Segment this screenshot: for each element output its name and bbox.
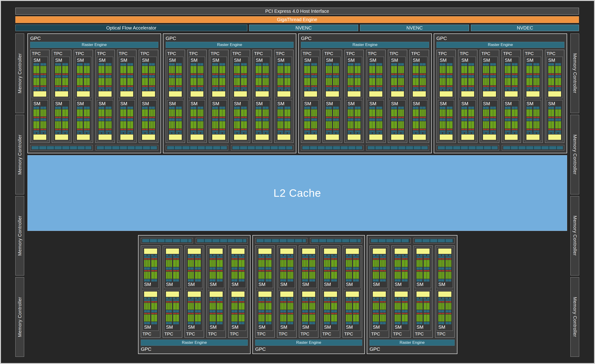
sm-texture-units-bar-segment [548, 89, 551, 91]
sm-core-array-segment [212, 66, 218, 73]
sm-texture-units-bar-segment [537, 133, 539, 134]
sm-scheduler-bar-segment [34, 75, 39, 77]
sm-texture-units-bar-segment [308, 89, 310, 91]
sm-scheduler-bar-segment [309, 310, 315, 312]
sm-l1-cache-bar-segment [413, 131, 418, 132]
tpc-label: TPC [279, 331, 295, 337]
sm-texture-units-bar-segment [304, 89, 307, 91]
sm-scheduler-bar [191, 107, 203, 109]
sm-texture-units-bar-segment [304, 133, 307, 134]
sm-texture-units-bar-segment [216, 133, 218, 134]
sm-texture-units-bar-segment [263, 89, 265, 91]
sm-texture-units-bar-segment [468, 133, 471, 134]
sm-accent-strip-segment [380, 270, 386, 271]
sm-accent-strip [526, 129, 539, 130]
sm-accent-strip [144, 301, 157, 302]
sm-core-array [346, 315, 359, 322]
sm-scheduler-bar-segment [461, 75, 467, 77]
sm-accent-strip-segment [277, 129, 283, 130]
sm-scheduler-bar [55, 119, 68, 121]
sm-accent-strip-segment [217, 258, 223, 259]
sm-core-array [346, 260, 359, 267]
sm-scheduler-bar [55, 63, 68, 65]
sm-accent-strip [99, 117, 111, 118]
optical-flow-accelerator-block: Optical Flow Accelerator [15, 25, 247, 31]
sm-scheduler-bar-segment [353, 279, 359, 281]
memory-controller-block: Memory Controller [570, 115, 579, 194]
sm-scheduler-bar [120, 119, 133, 121]
sm-scheduler-bar-segment [309, 279, 315, 281]
sm-block: SM [164, 290, 181, 331]
sm-accent-strip-segment [440, 86, 446, 87]
sm-accent-strip-segment [84, 86, 90, 87]
sm-block: SM [257, 290, 273, 331]
sm-tensor-core-block [395, 292, 408, 297]
sm-texture-units-bar-segment [349, 255, 352, 256]
sm-core-array [304, 109, 317, 117]
sm-core-array-segment [333, 66, 339, 73]
sm-scheduler-bar [277, 63, 290, 65]
sm-scheduler-bar [169, 119, 182, 121]
sm-accent-strip-segment [263, 129, 269, 130]
sm-l1-cache-bar-segment [402, 256, 408, 258]
sm-accent-strip [302, 301, 315, 302]
sm-rows [417, 292, 430, 324]
sm-accent-strip-segment [280, 301, 286, 302]
sm-accent-strip-segment [176, 74, 182, 75]
sm-core-array-segment [302, 272, 308, 279]
sm-scheduler-bar-segment [311, 63, 317, 65]
sm-scheduler-bar [232, 267, 245, 270]
sm-accent-strip [417, 313, 430, 314]
sm-scheduler-bar-segment [280, 279, 286, 281]
sm-l1-cache-bar-segment [446, 256, 452, 258]
sm-scheduler-bar-segment [373, 310, 379, 312]
sm-l1-cache-bar-segment [420, 131, 425, 132]
sm-accent-strip-segment [280, 270, 286, 271]
rop-partition-bar [301, 145, 363, 151]
sm-accent-strip-segment [55, 86, 61, 87]
sm-texture-units-bar-segment [131, 89, 133, 91]
sm-scheduler-bar-segment [526, 107, 532, 109]
sm-accent-strip-segment [288, 301, 294, 302]
sm-l1-cache-bar-segment [395, 299, 401, 301]
sm-tensor-core-block [34, 91, 46, 97]
sm-label: SM [348, 101, 361, 107]
sm-accent-strip [166, 301, 179, 302]
sm-l1-cache-bar-segment [490, 87, 496, 89]
sm-rows [391, 107, 404, 140]
sm-accent-strip [34, 117, 46, 118]
memory-controller-label: Memory Controller [17, 297, 22, 337]
sm-texture-units-bar [256, 133, 269, 134]
sm-label: SM [302, 281, 315, 287]
sm-accent-strip-segment [512, 74, 517, 75]
sm-texture-units-bar-segment [223, 133, 225, 134]
sm-accent-strip-segment [395, 258, 401, 259]
sm-core-array-segment [526, 78, 532, 85]
sm-texture-units-bar-segment [552, 133, 554, 134]
sm-core-array-segment [127, 66, 133, 73]
sm-accent-strip-segment [438, 258, 444, 259]
sm-texture-units-bar-segment [256, 133, 258, 134]
sm-core-array-segment [266, 272, 272, 279]
sm-core-array-segment [304, 78, 310, 85]
gpc-block: SMSMTPCSMSMTPCSMSMTPCSMSMTPCSMSMTPCRaste… [252, 235, 365, 354]
sm-accent-strip-segment [490, 74, 496, 75]
sm-stack: SMSM [324, 57, 340, 141]
sm-scheduler-bar-segment [309, 267, 315, 270]
tpc-block: SMSMTPC [369, 245, 389, 338]
sm-l1-cache-bar-segment [369, 87, 375, 89]
sm-texture-units-bar-segment [383, 255, 386, 256]
sm-accent-strip-segment [176, 129, 182, 130]
sm-accent-strip-segment [446, 301, 452, 302]
sm-scheduler-bar [346, 279, 359, 281]
sm-accent-strip [438, 313, 451, 314]
sm-accent-strip [548, 117, 561, 118]
die-center: GPCRaster EngineTPCSMSMTPCSMSMTPCSMSMTPC… [28, 34, 567, 357]
sm-accent-strip-segment [166, 258, 172, 259]
sm-core-array-segment [447, 121, 453, 128]
sm-scheduler-bar [304, 63, 317, 65]
sm-texture-units-bar-segment [120, 133, 123, 134]
sm-accent-strip [395, 313, 408, 314]
sm-rows [526, 63, 539, 97]
sm-tensor-core-block [144, 249, 157, 254]
